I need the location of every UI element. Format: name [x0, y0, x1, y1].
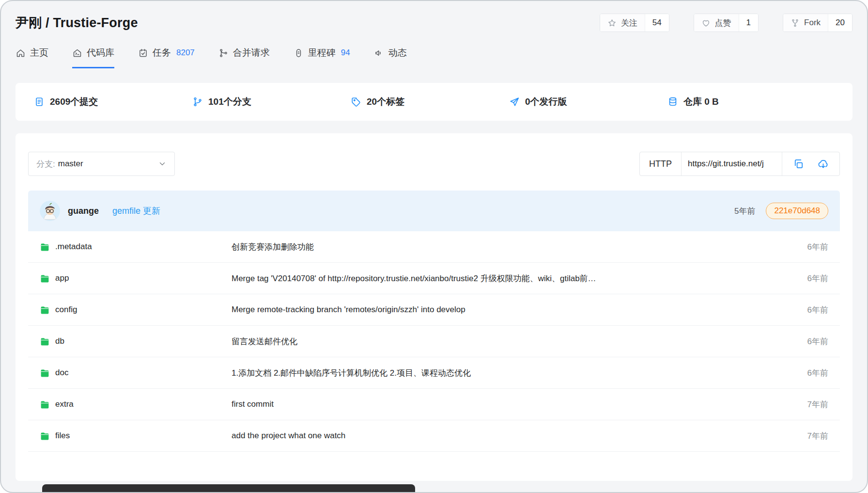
repo-nav: 主页 代码库 任务 8207	[16, 47, 852, 68]
protocol-select[interactable]: HTTP	[640, 152, 682, 175]
file-link[interactable]: .metadata	[40, 242, 232, 252]
folder-icon	[40, 431, 50, 441]
stat-commits-label: 2609个提交	[50, 95, 98, 108]
file-link[interactable]: db	[40, 336, 232, 347]
file-commit-time: 6年前	[782, 241, 828, 253]
file-commit-time: 6年前	[782, 367, 828, 379]
tab-activity-label: 动态	[388, 47, 407, 59]
page-header: 尹刚 / Trustie-Forge 关注 54	[1, 1, 867, 68]
milestone-icon	[294, 48, 304, 58]
tab-merge-requests-label: 合并请求	[233, 47, 270, 59]
tab-milestones[interactable]: 里程碑 94	[294, 47, 350, 68]
release-icon	[509, 96, 520, 107]
file-name: app	[55, 273, 69, 283]
commit-author[interactable]: guange	[68, 206, 99, 216]
file-link[interactable]: doc	[40, 368, 232, 378]
table-row: config Merge remote-tracking branch 'rem…	[28, 294, 840, 326]
branch-icon	[192, 96, 203, 107]
star-icon	[607, 18, 617, 28]
branch-selector[interactable]: 分支: master	[28, 152, 175, 176]
commit-sha-badge[interactable]: 221e70d648	[766, 203, 828, 219]
tab-home[interactable]: 主页	[16, 47, 48, 68]
praise-button[interactable]: 点赞 1	[694, 14, 759, 32]
latest-commit-banner: guange gemfile 更新 5年前 221e70d648	[28, 191, 840, 231]
clone-url-input[interactable]: https://git.trustie.net/j	[682, 152, 782, 175]
folder-icon	[40, 242, 50, 252]
file-link[interactable]: app	[40, 273, 232, 284]
bottom-overlay-bar	[42, 484, 415, 492]
file-name: config	[55, 305, 77, 315]
watch-button[interactable]: 关注 54	[600, 14, 669, 32]
app-window: 尹刚 / Trustie-Forge 关注 54	[0, 0, 868, 493]
branch-value: master	[58, 159, 83, 169]
fork-button[interactable]: Fork 20	[783, 14, 852, 32]
tab-tasks[interactable]: 任务 8207	[138, 47, 195, 68]
file-name: .metadata	[55, 242, 92, 252]
watch-label: 关注	[621, 17, 637, 29]
table-row: app Merge tag 'V20140708' of http://repo…	[28, 263, 840, 294]
avatar[interactable]	[40, 201, 60, 221]
fork-count[interactable]: 20	[828, 14, 852, 32]
download-icon[interactable]	[818, 159, 829, 170]
fork-icon	[790, 18, 800, 28]
copy-icon[interactable]	[793, 159, 804, 170]
tab-activity[interactable]: 动态	[374, 47, 407, 68]
tab-merge-requests[interactable]: 合并请求	[218, 47, 270, 68]
stat-commits[interactable]: 2609个提交	[34, 95, 192, 108]
tag-icon	[351, 96, 361, 107]
file-name: doc	[55, 368, 68, 378]
stat-releases[interactable]: 0个发行版	[509, 95, 667, 108]
tab-milestones-label: 里程碑	[308, 47, 336, 59]
file-link[interactable]: files	[40, 431, 232, 441]
stat-repo-size[interactable]: 仓库 0 B	[667, 95, 826, 108]
tab-code[interactable]: 代码库	[72, 47, 114, 68]
stat-tags-label: 20个标签	[367, 95, 404, 108]
folder-icon	[40, 273, 50, 284]
folder-icon	[40, 399, 50, 410]
file-name: db	[55, 336, 64, 346]
file-name: files	[55, 431, 70, 441]
repo-actions: 关注 54 点赞 1	[600, 14, 852, 32]
file-link[interactable]: extra	[40, 399, 232, 410]
stat-branches-label: 101个分支	[208, 95, 251, 108]
file-commit-message[interactable]: 1.添加文档 2.邮件中缺陷序号计算机制优化 2.项目、课程动态优化	[232, 367, 782, 379]
commit-time: 5年前	[734, 206, 755, 217]
tab-milestones-count: 94	[341, 48, 350, 58]
home-icon	[16, 48, 26, 58]
file-commit-message[interactable]: first commit	[232, 399, 782, 409]
table-row-partial	[28, 452, 840, 481]
folder-icon	[40, 336, 50, 347]
repo-title: 尹刚 / Trustie-Forge	[16, 14, 138, 32]
table-row: .metadata 创新竞赛添加删除功能 6年前	[28, 231, 840, 263]
fork-label: Fork	[804, 18, 821, 28]
stat-releases-label: 0个发行版	[525, 95, 567, 108]
file-link[interactable]: config	[40, 305, 232, 315]
file-commit-message[interactable]: Merge tag 'V20140708' of http://reposito…	[232, 273, 782, 284]
repo-stats-bar: 2609个提交 101个分支 20个标签 0个发行版	[16, 83, 852, 121]
file-commit-message[interactable]: Merge remote-tracking branch 'remotes/or…	[232, 305, 782, 315]
watch-count[interactable]: 54	[645, 14, 669, 32]
table-row: files add the project what one watch 7年前	[28, 420, 840, 452]
stat-tags[interactable]: 20个标签	[351, 95, 509, 108]
file-commit-message[interactable]: add the project what one watch	[232, 431, 782, 441]
file-commit-message[interactable]: 留言发送邮件优化	[232, 336, 782, 347]
file-commit-time: 6年前	[782, 273, 828, 284]
stat-repo-size-label: 仓库 0 B	[683, 95, 719, 108]
praise-count[interactable]: 1	[739, 14, 758, 32]
commits-icon	[34, 96, 45, 107]
code-repo-icon	[72, 48, 82, 58]
table-row: db 留言发送邮件优化 6年前	[28, 326, 840, 357]
file-commit-message[interactable]: 创新竞赛添加删除功能	[232, 241, 782, 253]
tab-code-label: 代码库	[87, 47, 114, 59]
clone-url-group: HTTP https://git.trustie.net/j	[639, 152, 840, 176]
tab-tasks-count: 8207	[176, 48, 195, 58]
stat-branches[interactable]: 101个分支	[192, 95, 351, 108]
file-commit-time: 7年前	[782, 399, 828, 410]
file-commit-time: 6年前	[782, 336, 828, 347]
tasks-icon	[138, 48, 148, 58]
branch-label: 分支:	[36, 159, 55, 170]
praise-label: 点赞	[715, 17, 731, 29]
table-row: extra first commit 7年前	[28, 389, 840, 420]
commit-message-link[interactable]: gemfile 更新	[112, 205, 160, 217]
table-row: doc 1.添加文档 2.邮件中缺陷序号计算机制优化 2.项目、课程动态优化 6…	[28, 357, 840, 389]
